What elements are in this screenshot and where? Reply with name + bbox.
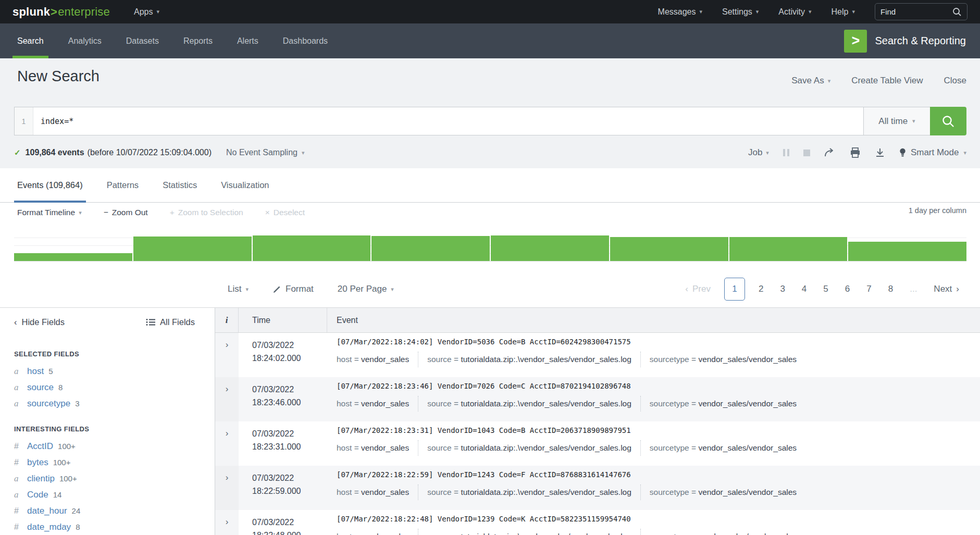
search-mode-label: Smart Mode [911,147,959,158]
field-clientip[interactable]: a clientip 100+ [14,470,215,487]
event-field-values: host = vendor_sales source = tutorialdat… [337,396,980,412]
find-input[interactable] [880,7,948,16]
tab-statistics[interactable]: Statistics [163,168,197,202]
save-as-button[interactable]: Save As ▾ [791,76,830,86]
apps-menu[interactable]: Apps ▾ [134,7,159,17]
find-search-box[interactable] [875,3,967,20]
field-bytes[interactable]: # bytes 100+ [14,454,215,470]
field-date-hour[interactable]: # date_hour 24 [14,503,215,519]
pagination-prev[interactable]: ‹ Prev [678,284,718,294]
per-page-menu[interactable]: 20 Per Page ▾ [338,284,394,294]
field-sourcetype[interactable]: a sourcetype 3 [14,395,215,412]
field-code[interactable]: a Code 14 [14,487,215,503]
host-field: host = vendor_sales [337,399,409,408]
deselect-button[interactable]: × Deselect [265,208,305,217]
print-icon[interactable] [850,147,861,158]
nav-item-search[interactable]: Search [17,23,44,58]
activity-menu[interactable]: Activity ▾ [778,7,811,17]
query-editor[interactable]: 1 index=* [14,107,863,135]
settings-menu[interactable]: Settings ▾ [722,7,759,17]
timeline-bar[interactable] [729,237,848,261]
field-date-mday[interactable]: # date_mday 8 [14,519,215,535]
timeline-scale-label: 1 day per column [909,206,966,215]
time-range-picker[interactable]: All time ▾ [863,107,930,135]
event-raw-text[interactable]: [07/Mar/2022:18:24:02] VendorID=5036 Cod… [337,338,980,346]
event-cell: [07/Mar/2022:18:22:48] VendorID=1239 Cod… [327,510,980,535]
pagination-page-7[interactable]: 7 [859,284,878,294]
timeline-chart[interactable] [14,230,966,262]
divider [640,440,641,456]
event-expand-button[interactable]: › [215,466,239,510]
pagination: ‹ Prev 1 2 3 4 5 6 7 8 ... Next › [678,278,966,301]
pagination-page-5[interactable]: 5 [816,284,835,294]
divider [418,529,418,535]
event-expand-button[interactable]: › [215,510,239,535]
zoom-to-selection-button[interactable]: + Zoom to Selection [170,208,243,217]
timeline-bar[interactable] [610,237,728,261]
event-expand-button[interactable]: › [215,421,239,466]
timeline-bar[interactable] [133,237,252,261]
search-submit-button[interactable] [930,107,966,135]
caret-down-icon: ▾ [809,9,812,15]
nav-item-dashboards[interactable]: Dashboards [283,23,328,58]
pagination-ellipsis[interactable]: ... [902,284,924,294]
event-cell: [07/Mar/2022:18:22:59] VendorID=1243 Cod… [327,466,980,510]
pagination-page-1-active[interactable]: 1 [724,278,745,301]
field-host[interactable]: a host 5 [14,363,215,379]
share-icon[interactable] [824,147,836,158]
nav-item-alerts[interactable]: Alerts [237,23,258,58]
pagination-page-3[interactable]: 3 [773,284,792,294]
create-table-view-button[interactable]: Create Table View [851,76,923,86]
all-fields-button[interactable]: All Fields [146,317,195,327]
pause-icon[interactable] [783,149,789,156]
pagination-page-2[interactable]: 2 [751,284,771,294]
hide-fields-button[interactable]: ‹ Hide Fields [14,317,65,327]
list-view-menu[interactable]: List ▾ [228,284,249,294]
pagination-page-6[interactable]: 6 [838,284,857,294]
messages-menu[interactable]: Messages ▾ [658,7,702,17]
timeline-bar[interactable] [253,235,371,261]
job-menu[interactable]: Job ▾ [748,147,769,158]
pagination-page-4[interactable]: 4 [795,284,814,294]
sourcetype-field: sourcetype = vendor_sales/vendor_sales [650,355,797,364]
close-button[interactable]: Close [944,76,966,86]
tab-visualization[interactable]: Visualization [221,168,269,202]
results-toolbar-left: List ▾ Format 20 Per Page ▾ [228,284,394,294]
splunk-logo[interactable]: splunk > enterprise [13,5,110,19]
current-app-badge[interactable]: > Search & Reporting [844,23,966,58]
field-type-icon: a [14,490,22,500]
tab-patterns[interactable]: Patterns [107,168,139,202]
field-source[interactable]: a source 8 [14,379,215,395]
download-icon[interactable] [875,147,885,158]
event-raw-text[interactable]: [07/Mar/2022:18:23:46] VendorID=7026 Cod… [337,382,980,390]
search-mode-menu[interactable]: Smart Mode ▾ [899,147,966,158]
event-sampling-menu[interactable]: No Event Sampling ▾ [226,148,305,157]
event-expand-button[interactable]: › [215,333,239,377]
field-type-icon: # [14,522,22,532]
format-timeline-label: Format Timeline [17,208,75,217]
pagination-next[interactable]: Next › [926,284,966,294]
timeline-bar[interactable] [14,253,132,261]
nav-item-reports[interactable]: Reports [183,23,213,58]
format-results-button[interactable]: Format [272,284,314,294]
event-raw-text[interactable]: [07/Mar/2022:18:22:59] VendorID=1243 Cod… [337,470,980,479]
pagination-page-8[interactable]: 8 [881,284,900,294]
stop-icon[interactable] [803,150,810,156]
timeline-bar[interactable] [848,242,966,261]
event-raw-text[interactable]: [07/Mar/2022:18:22:48] VendorID=1239 Cod… [337,515,980,523]
event-expand-button[interactable]: › [215,377,239,421]
timeline-bar[interactable] [371,236,490,261]
per-page-label: 20 Per Page [338,284,387,294]
timeline-bar[interactable] [491,235,609,261]
nav-item-datasets[interactable]: Datasets [126,23,159,58]
field-acctid[interactable]: # AcctID 100+ [14,438,215,454]
event-date: 07/03/2022 [252,427,327,440]
nav-item-analytics[interactable]: Analytics [68,23,102,58]
format-timeline-menu[interactable]: Format Timeline ▾ [17,208,82,217]
event-column-header: Event [327,316,980,325]
event-raw-text[interactable]: [07/Mar/2022:18:23:31] VendorID=1043 Cod… [337,426,980,434]
help-menu[interactable]: Help ▾ [832,7,855,17]
zoom-out-button[interactable]: − Zoom Out [104,208,148,217]
tab-events[interactable]: Events (109,864) [17,168,83,202]
query-input[interactable]: index=* [33,107,863,135]
